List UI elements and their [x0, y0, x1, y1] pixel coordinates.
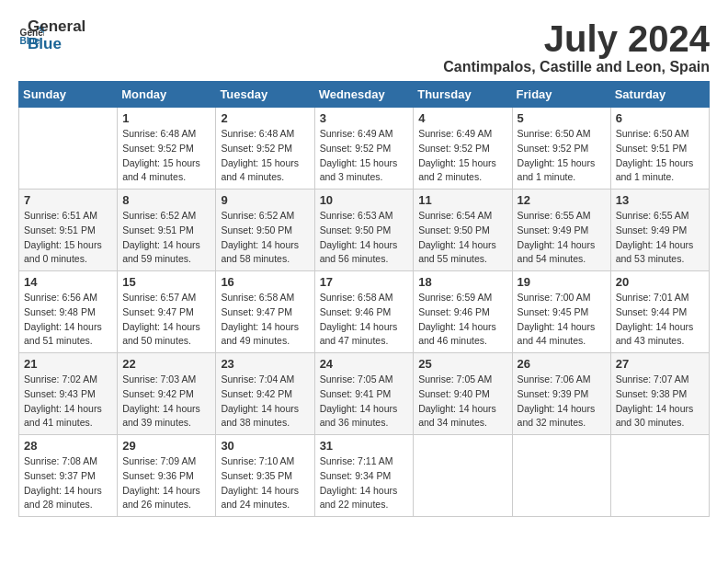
- day-info: Sunrise: 6:48 AMSunset: 9:52 PMDaylight:…: [122, 127, 210, 185]
- day-number: 6: [616, 111, 704, 125]
- day-info: Sunrise: 6:58 AMSunset: 9:46 PMDaylight:…: [320, 291, 409, 349]
- day-number: 27: [616, 357, 704, 371]
- day-number: 7: [24, 193, 112, 207]
- day-info: Sunrise: 7:02 AMSunset: 9:43 PMDaylight:…: [24, 373, 112, 431]
- calendar-cell: 21Sunrise: 7:02 AMSunset: 9:43 PMDayligh…: [19, 353, 118, 435]
- column-header-saturday: Saturday: [610, 82, 709, 108]
- day-info: Sunrise: 7:10 AMSunset: 9:35 PMDaylight:…: [221, 454, 309, 512]
- calendar-cell: 10Sunrise: 6:53 AMSunset: 9:50 PMDayligh…: [314, 190, 414, 271]
- day-number: 15: [122, 275, 210, 289]
- day-number: 11: [418, 193, 506, 207]
- calendar-body: 1Sunrise: 6:48 AMSunset: 9:52 PMDaylight…: [19, 108, 710, 517]
- day-number: 4: [418, 111, 506, 125]
- day-info: Sunrise: 7:05 AMSunset: 9:41 PMDaylight:…: [320, 373, 409, 431]
- page-header: General Blue General Blue July 2024 Cant…: [18, 18, 710, 75]
- day-info: Sunrise: 6:55 AMSunset: 9:49 PMDaylight:…: [616, 209, 704, 267]
- calendar-cell: 16Sunrise: 6:58 AMSunset: 9:47 PMDayligh…: [216, 271, 314, 353]
- day-number: 16: [221, 275, 309, 289]
- day-number: 1: [122, 111, 210, 125]
- calendar-table: SundayMondayTuesdayWednesdayThursdayFrid…: [18, 81, 710, 517]
- day-number: 29: [122, 439, 210, 453]
- calendar-cell: 13Sunrise: 6:55 AMSunset: 9:49 PMDayligh…: [610, 190, 709, 271]
- logo-line2: Blue: [28, 36, 85, 53]
- calendar-cell: 29Sunrise: 7:09 AMSunset: 9:36 PMDayligh…: [118, 435, 216, 517]
- day-info: Sunrise: 7:00 AMSunset: 9:45 PMDaylight:…: [518, 291, 606, 349]
- calendar-week-row: 7Sunrise: 6:51 AMSunset: 9:51 PMDaylight…: [19, 190, 710, 271]
- calendar-cell: 30Sunrise: 7:10 AMSunset: 9:35 PMDayligh…: [216, 435, 314, 517]
- calendar-cell: 26Sunrise: 7:06 AMSunset: 9:39 PMDayligh…: [512, 353, 610, 435]
- day-number: 17: [320, 275, 409, 289]
- day-info: Sunrise: 6:50 AMSunset: 9:52 PMDaylight:…: [518, 127, 606, 185]
- calendar-cell: 8Sunrise: 6:52 AMSunset: 9:51 PMDaylight…: [118, 190, 216, 271]
- day-number: 2: [221, 111, 309, 125]
- calendar-cell: 3Sunrise: 6:49 AMSunset: 9:52 PMDaylight…: [314, 108, 414, 190]
- day-info: Sunrise: 7:07 AMSunset: 9:38 PMDaylight:…: [616, 373, 704, 431]
- day-info: Sunrise: 6:54 AMSunset: 9:50 PMDaylight:…: [418, 209, 506, 267]
- calendar-cell: 31Sunrise: 7:11 AMSunset: 9:34 PMDayligh…: [314, 435, 414, 517]
- day-number: 10: [320, 193, 409, 207]
- calendar-cell: 23Sunrise: 7:04 AMSunset: 9:42 PMDayligh…: [216, 353, 314, 435]
- day-info: Sunrise: 7:11 AMSunset: 9:34 PMDaylight:…: [320, 454, 409, 512]
- logo-line1: General: [28, 18, 85, 36]
- calendar-cell: 18Sunrise: 6:59 AMSunset: 9:46 PMDayligh…: [414, 271, 512, 353]
- calendar-header-row: SundayMondayTuesdayWednesdayThursdayFrid…: [19, 82, 710, 108]
- calendar-week-row: 28Sunrise: 7:08 AMSunset: 9:37 PMDayligh…: [19, 435, 710, 517]
- day-number: 13: [616, 193, 704, 207]
- day-info: Sunrise: 6:48 AMSunset: 9:52 PMDaylight:…: [221, 127, 309, 185]
- calendar-cell: 5Sunrise: 6:50 AMSunset: 9:52 PMDaylight…: [512, 108, 610, 190]
- day-number: 24: [320, 357, 409, 371]
- day-info: Sunrise: 7:04 AMSunset: 9:42 PMDaylight:…: [221, 373, 309, 431]
- day-info: Sunrise: 6:53 AMSunset: 9:50 PMDaylight:…: [320, 209, 409, 267]
- column-header-thursday: Thursday: [414, 82, 512, 108]
- day-number: 30: [221, 439, 309, 453]
- column-header-monday: Monday: [118, 82, 216, 108]
- day-number: 12: [518, 193, 606, 207]
- calendar-cell: 1Sunrise: 6:48 AMSunset: 9:52 PMDaylight…: [118, 108, 216, 190]
- calendar-cell: 2Sunrise: 6:48 AMSunset: 9:52 PMDaylight…: [216, 108, 314, 190]
- day-number: 8: [122, 193, 210, 207]
- day-number: 31: [320, 439, 409, 453]
- calendar-cell: [512, 435, 610, 517]
- calendar-cell: 28Sunrise: 7:08 AMSunset: 9:37 PMDayligh…: [19, 435, 118, 517]
- calendar-cell: [414, 435, 512, 517]
- day-info: Sunrise: 6:52 AMSunset: 9:50 PMDaylight:…: [221, 209, 309, 267]
- day-info: Sunrise: 7:03 AMSunset: 9:42 PMDaylight:…: [122, 373, 210, 431]
- day-info: Sunrise: 6:50 AMSunset: 9:51 PMDaylight:…: [616, 127, 704, 185]
- calendar-cell: 22Sunrise: 7:03 AMSunset: 9:42 PMDayligh…: [118, 353, 216, 435]
- column-header-tuesday: Tuesday: [216, 82, 314, 108]
- calendar-cell: 9Sunrise: 6:52 AMSunset: 9:50 PMDaylight…: [216, 190, 314, 271]
- logo: General Blue General Blue: [18, 18, 85, 52]
- calendar-cell: 12Sunrise: 6:55 AMSunset: 9:49 PMDayligh…: [512, 190, 610, 271]
- day-info: Sunrise: 7:08 AMSunset: 9:37 PMDaylight:…: [24, 454, 112, 512]
- calendar-cell: 14Sunrise: 6:56 AMSunset: 9:48 PMDayligh…: [19, 271, 118, 353]
- day-number: 23: [221, 357, 309, 371]
- day-number: 19: [518, 275, 606, 289]
- calendar-cell: 27Sunrise: 7:07 AMSunset: 9:38 PMDayligh…: [610, 353, 709, 435]
- day-info: Sunrise: 6:51 AMSunset: 9:51 PMDaylight:…: [24, 209, 112, 267]
- day-number: 20: [616, 275, 704, 289]
- day-info: Sunrise: 6:59 AMSunset: 9:46 PMDaylight:…: [418, 291, 506, 349]
- day-info: Sunrise: 6:49 AMSunset: 9:52 PMDaylight:…: [418, 127, 506, 185]
- day-number: 5: [518, 111, 606, 125]
- day-info: Sunrise: 7:05 AMSunset: 9:40 PMDaylight:…: [418, 373, 506, 431]
- calendar-week-row: 1Sunrise: 6:48 AMSunset: 9:52 PMDaylight…: [19, 108, 710, 190]
- calendar-cell: 20Sunrise: 7:01 AMSunset: 9:44 PMDayligh…: [610, 271, 709, 353]
- day-info: Sunrise: 7:01 AMSunset: 9:44 PMDaylight:…: [616, 291, 704, 349]
- month-title: July 2024: [443, 18, 710, 59]
- day-info: Sunrise: 7:09 AMSunset: 9:36 PMDaylight:…: [122, 454, 210, 512]
- calendar-week-row: 14Sunrise: 6:56 AMSunset: 9:48 PMDayligh…: [19, 271, 710, 353]
- calendar-cell: 24Sunrise: 7:05 AMSunset: 9:41 PMDayligh…: [314, 353, 414, 435]
- day-number: 22: [122, 357, 210, 371]
- day-number: 21: [24, 357, 112, 371]
- day-info: Sunrise: 6:58 AMSunset: 9:47 PMDaylight:…: [221, 291, 309, 349]
- calendar-cell: 17Sunrise: 6:58 AMSunset: 9:46 PMDayligh…: [314, 271, 414, 353]
- column-header-sunday: Sunday: [19, 82, 118, 108]
- day-info: Sunrise: 6:49 AMSunset: 9:52 PMDaylight:…: [320, 127, 409, 185]
- day-info: Sunrise: 6:55 AMSunset: 9:49 PMDaylight:…: [518, 209, 606, 267]
- day-number: 9: [221, 193, 309, 207]
- calendar-cell: 11Sunrise: 6:54 AMSunset: 9:50 PMDayligh…: [414, 190, 512, 271]
- calendar-cell: 4Sunrise: 6:49 AMSunset: 9:52 PMDaylight…: [414, 108, 512, 190]
- calendar-cell: 6Sunrise: 6:50 AMSunset: 9:51 PMDaylight…: [610, 108, 709, 190]
- day-info: Sunrise: 6:52 AMSunset: 9:51 PMDaylight:…: [122, 209, 210, 267]
- day-number: 14: [24, 275, 112, 289]
